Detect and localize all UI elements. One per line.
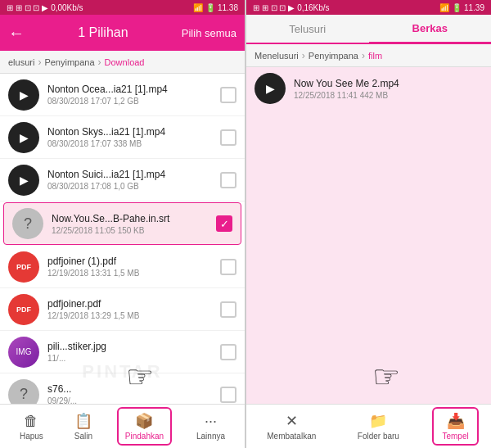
tab-telusuri-label: Telusuri	[289, 23, 326, 35]
file-info: Nonton Ocea...ia21 [1].mp4 08/30/2018 17…	[47, 84, 212, 106]
cancel-button[interactable]: ✕ Membatalkan	[259, 409, 324, 444]
left-status-right: 📶 🔋 11.38	[193, 3, 238, 12]
breadcrumb-item-3[interactable]: Download	[105, 57, 145, 67]
right-breadcrumb-sep-1: ›	[302, 50, 305, 61]
list-item[interactable]: IMG pili...stiker.jpg 11/...	[0, 331, 245, 373]
paste-button[interactable]: 📥 Tempel	[432, 407, 478, 446]
right-time: 11.39	[464, 3, 484, 12]
breadcrumb-sep-2: ›	[98, 57, 101, 68]
paste-icon: 📥	[447, 412, 465, 430]
select-all-button[interactable]: Pilih semua	[182, 27, 236, 39]
file-icon-unknown: ?	[8, 379, 39, 405]
left-status-bar: ⊞ ⊞ ⊡ ⊡ ▶ 0,00Kb/s 📶 🔋 11.38	[0, 0, 245, 15]
left-status-left: ⊞ ⊞ ⊡ ⊡ ▶ 0,00Kb/s	[7, 3, 83, 12]
file-icon-pdf: PDF	[8, 251, 39, 283]
list-item[interactable]: PDF pdfjoiner (1).pdf 12/19/2018 13:31 1…	[0, 246, 245, 288]
file-icon-video	[8, 165, 39, 196]
file-meta: 11/...	[47, 354, 212, 363]
file-checkbox[interactable]	[220, 301, 236, 318]
left-file-list: Nonton Ocea...ia21 [1].mp4 08/30/2018 17…	[0, 74, 245, 404]
file-info: Now You See Me 2.mp4 12/25/2018 11:41 44…	[294, 78, 483, 100]
file-meta: 12/19/2018 13:31 1,5 MB	[47, 269, 212, 278]
left-speed: 0,00Kb/s	[51, 3, 83, 12]
new-folder-label: Folder baru	[358, 432, 399, 441]
right-panel: ⊞ ⊞ ⊡ ⊡ ▶ 0,16Kb/s 📶 🔋 11.39 Telusuri Be…	[246, 0, 491, 448]
move-button[interactable]: 📦 Pindahkan	[117, 407, 172, 446]
file-checkbox[interactable]	[220, 87, 236, 103]
tab-telusuri[interactable]: Telusuri	[246, 15, 369, 43]
right-signal-icons: ⊞ ⊞ ⊡ ⊡ ▶	[253, 3, 295, 12]
list-item-selected[interactable]: ? Now.You.Se...B-Pahe.in.srt 12/25/2018 …	[3, 202, 241, 245]
back-button[interactable]: ←	[8, 24, 25, 43]
file-name: s76...	[47, 383, 212, 395]
delete-button[interactable]: 🗑 Hapus	[13, 410, 50, 444]
copy-label: Salin	[74, 432, 92, 441]
play-icon	[266, 82, 275, 95]
file-checkbox[interactable]	[220, 259, 236, 275]
file-meta: 08/30/2018 17:08 1,0 GB	[47, 182, 212, 191]
list-item[interactable]: PDF pdfjoiner.pdf 12/19/2018 13:29 1,5 M…	[0, 288, 245, 331]
play-icon	[20, 88, 29, 102]
file-checkbox[interactable]	[220, 172, 236, 188]
list-item[interactable]: Now You See Me 2.mp4 12/25/2018 11:41 44…	[246, 67, 491, 110]
right-breadcrumb-item-1[interactable]: Menelusuri	[255, 51, 299, 61]
more-label: Lainnya	[196, 432, 225, 441]
file-name: Nonton Ocea...ia21 [1].mp4	[47, 84, 212, 95]
move-icon: 📦	[135, 412, 153, 430]
left-bottom-bar: 🗑 Hapus 📋 Salin 📦 Pindahkan ··· Lainnya	[0, 404, 245, 448]
file-icon-image: IMG	[8, 337, 39, 368]
file-meta: 12/25/2018 11:41 442 MB	[294, 91, 483, 100]
right-battery: 🔋	[452, 3, 462, 12]
new-folder-icon: 📁	[369, 412, 387, 430]
right-breadcrumb-sep-2: ›	[362, 50, 365, 61]
file-name: Now You See Me 2.mp4	[294, 78, 483, 89]
copy-icon: 📋	[74, 412, 92, 430]
right-status-bar: ⊞ ⊞ ⊡ ⊡ ▶ 0,16Kb/s 📶 🔋 11.39	[246, 0, 491, 15]
cancel-icon: ✕	[286, 412, 298, 430]
right-breadcrumb-item-3[interactable]: film	[368, 51, 382, 61]
right-wifi: 📶	[439, 3, 449, 12]
new-folder-button[interactable]: 📁 Folder baru	[349, 409, 408, 444]
left-breadcrumb: elusuri › Penyimpana › Download	[0, 51, 245, 74]
file-name: Nonton Suici...ia21 [1].mp4	[47, 169, 212, 180]
breadcrumb-item-1[interactable]: elusuri	[8, 57, 34, 67]
left-time: 11.38	[218, 3, 238, 12]
file-checkbox[interactable]	[220, 344, 236, 360]
copy-button[interactable]: 📋 Salin	[68, 409, 99, 444]
more-icon: ···	[205, 413, 217, 430]
right-breadcrumb-item-2[interactable]: Penyimpana	[309, 51, 358, 61]
file-meta: 12/19/2018 13:29 1,5 MB	[47, 311, 212, 320]
right-status-left: ⊞ ⊞ ⊡ ⊡ ▶ 0,16Kb/s	[253, 3, 330, 12]
list-item[interactable]: Nonton Suici...ia21 [1].mp4 08/30/2018 1…	[0, 159, 245, 201]
file-info: Now.You.Se...B-Pahe.in.srt 12/25/2018 11…	[52, 213, 208, 235]
list-item[interactable]: Nonton Ocea...ia21 [1].mp4 08/30/2018 17…	[0, 74, 245, 116]
cancel-label: Membatalkan	[267, 432, 316, 441]
file-meta: 09/29/...	[47, 396, 212, 404]
file-checkbox[interactable]	[220, 129, 236, 146]
file-icon-video	[8, 122, 39, 153]
list-item[interactable]: Nonton Skys...ia21 [1].mp4 08/30/2018 17…	[0, 116, 245, 159]
play-icon	[20, 174, 29, 187]
trash-icon: 🗑	[24, 413, 38, 430]
tab-berkas[interactable]: Berkas	[369, 15, 492, 44]
breadcrumb-sep-1: ›	[38, 57, 41, 68]
file-checkbox[interactable]	[220, 387, 236, 403]
more-button[interactable]: ··· Lainnya	[190, 410, 232, 444]
file-checkbox-checked[interactable]	[216, 215, 232, 232]
delete-label: Hapus	[20, 432, 43, 441]
right-bottom-bar: ✕ Membatalkan 📁 Folder baru 📥 Tempel	[246, 404, 491, 448]
file-info: s76... 09/29/...	[47, 383, 212, 404]
file-icon-pdf: PDF	[8, 294, 39, 325]
file-icon-video	[8, 79, 39, 111]
list-item[interactable]: ? s76... 09/29/...	[0, 373, 245, 404]
left-signal-icons: ⊞ ⊞ ⊡ ⊡ ▶	[7, 3, 48, 12]
right-status-right: 📶 🔋 11.39	[439, 3, 484, 12]
file-info: Nonton Suici...ia21 [1].mp4 08/30/2018 1…	[47, 169, 212, 191]
breadcrumb-item-2[interactable]: Penyimpana	[44, 57, 94, 67]
file-info: Nonton Skys...ia21 [1].mp4 08/30/2018 17…	[47, 126, 212, 148]
file-meta: 12/25/2018 11:05 150 KB	[52, 226, 208, 235]
right-speed: 0,16Kb/s	[297, 3, 329, 12]
file-info: pili...stiker.jpg 11/...	[47, 341, 212, 363]
left-panel: ⊞ ⊞ ⊡ ⊡ ▶ 0,00Kb/s 📶 🔋 11.38 ← 1 Pilihan…	[0, 0, 245, 448]
left-top-bar: ← 1 Pilihan Pilih semua	[0, 15, 245, 51]
